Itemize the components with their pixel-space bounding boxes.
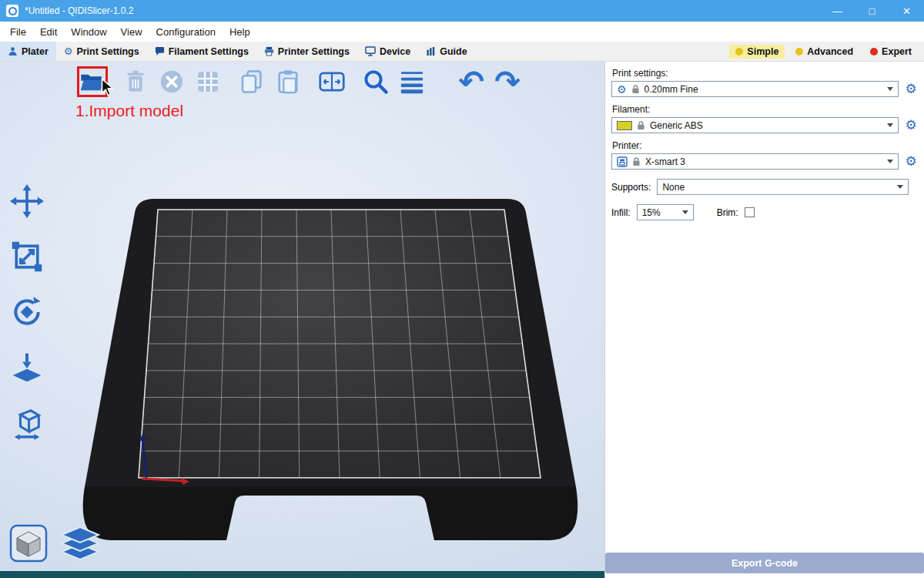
maximize-button[interactable]: □ (855, 0, 889, 22)
rotate-tool-button[interactable] (9, 294, 45, 330)
export-gcode-button[interactable]: Export G-code (605, 553, 924, 573)
tab-guide-label: Guide (440, 46, 467, 57)
app-icon (6, 5, 18, 17)
scale-tool-button[interactable] (9, 239, 45, 274)
print-settings-value: 0.20mm Fine (644, 84, 698, 95)
search-button[interactable] (360, 66, 391, 97)
paste-button[interactable] (273, 66, 303, 97)
annotation-import-model: 1.Import model (75, 102, 183, 120)
gizmo-toolbar (9, 183, 45, 441)
chevron-down-icon (887, 87, 893, 91)
place-on-face-icon (10, 351, 44, 385)
delete-button[interactable] (120, 66, 151, 97)
filament-icon (155, 46, 165, 56)
infill-select[interactable]: 15% (637, 204, 694, 220)
tab-device[interactable]: Device (357, 42, 418, 61)
infill-label: Infill: (611, 207, 631, 218)
view-3d-button[interactable] (9, 524, 48, 566)
copy-button[interactable] (236, 66, 267, 97)
rotate-icon (10, 295, 44, 329)
titlebar: *Untitled - QIDISlicer-1.0.2 — □ ✕ (0, 0, 924, 22)
supports-select[interactable]: None (657, 179, 909, 195)
chevron-down-icon (887, 160, 893, 163)
measure-tool-button[interactable] (9, 405, 45, 441)
menu-view[interactable]: View (114, 26, 149, 38)
tab-filament-settings[interactable]: Filament Settings (147, 42, 256, 61)
tab-print-settings[interactable]: ⚙ Print Settings (56, 42, 147, 61)
filament-select[interactable]: Generic ABS (611, 117, 899, 133)
status-strip (0, 571, 604, 578)
tab-plater-label: Plater (22, 46, 49, 57)
filament-color-swatch (617, 121, 632, 130)
window-title: *Untitled - QIDISlicer-1.0.2 (25, 5, 133, 16)
layers-icon (60, 526, 100, 563)
printer-value: X-smart 3 (645, 156, 685, 167)
printer-gear-button[interactable]: ⚙ (904, 155, 918, 168)
bed-front-face (83, 487, 577, 540)
tab-device-label: Device (380, 46, 410, 57)
settings-sidebar: Print settings: ⚙ 0.20mm Fine ⚙ Filament… (604, 62, 924, 578)
search-icon (362, 68, 390, 96)
chevron-down-icon (682, 210, 688, 214)
mode-simple[interactable]: Simple (729, 45, 785, 59)
plater-icon (8, 46, 18, 56)
tab-plater[interactable]: Plater (0, 42, 56, 61)
brim-checkbox[interactable] (745, 207, 755, 217)
filament-label: Filament: (612, 104, 918, 115)
brim-label: Brim: (717, 207, 738, 218)
supports-value: None (662, 182, 685, 193)
mode-switcher: Simple Advanced Expert (729, 42, 924, 61)
menu-help[interactable]: Help (223, 26, 257, 38)
variable-layer-height-button[interactable] (397, 66, 427, 97)
redo-button[interactable]: ↷ (492, 66, 523, 97)
menu-configuration[interactable]: Configuration (149, 26, 223, 38)
lock-icon (632, 156, 641, 166)
tab-printer-settings[interactable]: Printer Settings (256, 42, 357, 61)
filament-gear-button[interactable]: ⚙ (904, 119, 918, 132)
undo-button[interactable]: ↶ (456, 66, 487, 97)
move-tool-button[interactable] (9, 183, 45, 219)
main-toolbar: ↶ ↷ (77, 66, 528, 97)
scale-icon (10, 240, 44, 274)
arrange-grid-icon (195, 69, 221, 95)
gear-icon: ⚙ (64, 46, 73, 56)
printer-select[interactable]: X-smart 3 (611, 153, 899, 170)
print-settings-select[interactable]: ⚙ 0.20mm Fine (611, 81, 899, 97)
print-bed (0, 62, 604, 578)
printer-icon (617, 156, 628, 167)
minimize-button[interactable]: — (820, 0, 855, 22)
redo-icon: ↷ (494, 68, 521, 96)
layer-lines-icon (399, 69, 425, 94)
lock-icon (637, 120, 645, 130)
guide-icon (426, 46, 436, 56)
split-objects-button[interactable] (316, 66, 347, 97)
filament-value: Generic ABS (650, 120, 703, 131)
expert-dot-icon (870, 48, 878, 55)
viewport-3d[interactable]: ↶ ↷ 1.Import model (0, 62, 604, 578)
chevron-down-icon (887, 123, 893, 127)
trash-icon (123, 69, 148, 95)
infill-value: 15% (642, 207, 661, 218)
view-toolbar (9, 524, 100, 566)
arrange-button[interactable] (192, 66, 223, 97)
move-icon (10, 184, 44, 218)
menu-window[interactable]: Window (64, 26, 113, 38)
printer-icon (264, 46, 274, 56)
print-settings-gear-button[interactable]: ⚙ (904, 82, 918, 96)
simple-dot-icon (735, 48, 743, 55)
menubar: File Edit Window View Configuration Help (0, 22, 924, 42)
mode-advanced[interactable]: Advanced (789, 45, 859, 59)
tab-guide[interactable]: Guide (418, 42, 474, 61)
menu-file[interactable]: File (3, 26, 33, 38)
delete-all-button[interactable] (156, 66, 187, 97)
tabbar: Plater ⚙ Print Settings Filament Setting… (0, 42, 924, 62)
place-on-face-tool-button[interactable] (9, 350, 45, 385)
gear-icon: ⚙ (617, 84, 627, 95)
menu-edit[interactable]: Edit (33, 26, 64, 38)
tab-print-settings-label: Print Settings (76, 46, 139, 57)
mode-expert[interactable]: Expert (864, 45, 918, 59)
layers-view-button[interactable] (60, 526, 100, 566)
device-icon (365, 46, 376, 56)
split-window-icon (318, 69, 346, 95)
close-button[interactable]: ✕ (889, 0, 924, 22)
